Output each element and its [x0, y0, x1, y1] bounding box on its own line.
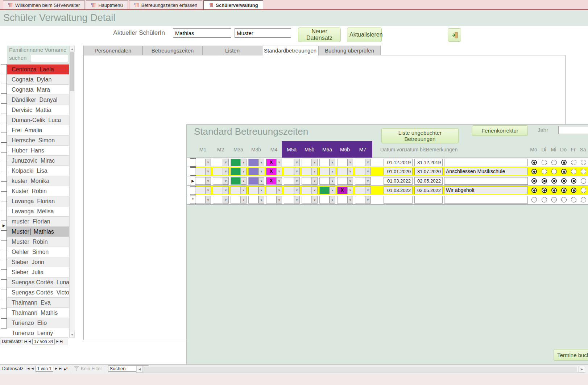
day-toggle-mi[interactable]: [551, 160, 557, 165]
module-value[interactable]: [213, 187, 223, 194]
module-value[interactable]: [195, 177, 205, 185]
student-list-item[interactable]: Muster Robin: [7, 237, 69, 247]
module-value[interactable]: [195, 159, 205, 166]
unbooked-list-button[interactable]: Liste ungebuchter Betreuungen: [381, 128, 459, 143]
chevron-down-icon[interactable]: ∨: [365, 168, 371, 175]
record-selector[interactable]: [1, 211, 7, 221]
module-value[interactable]: [319, 187, 330, 194]
student-list-item[interactable]: Huber Hans: [7, 146, 69, 156]
day-toggle-do[interactable]: [561, 160, 567, 165]
student-list-item[interactable]: Lavanga Florian: [7, 196, 69, 206]
day-toggle-mi[interactable]: [551, 188, 557, 193]
chevron-down-icon[interactable]: ∨: [347, 177, 353, 185]
day-toggle-mo[interactable]: [531, 188, 537, 193]
module-value[interactable]: X: [266, 159, 276, 166]
day-toggle-mo[interactable]: [531, 160, 537, 165]
chevron-down-icon[interactable]: ∨: [330, 177, 335, 185]
datum-von-cell[interactable]: 01.03.2022: [384, 187, 413, 194]
record-selector[interactable]: [1, 162, 7, 172]
day-toggle-mi[interactable]: [551, 197, 557, 202]
chevron-down-icon[interactable]: ∨: [365, 177, 371, 185]
chevron-down-icon[interactable]: ∨: [276, 196, 282, 204]
bemerkung-cell[interactable]: [444, 177, 528, 185]
day-toggle-fr[interactable]: [571, 160, 576, 165]
chevron-down-icon[interactable]: ∨: [294, 159, 300, 166]
student-list-item[interactable]: Oehler Simon: [7, 247, 69, 257]
student-list-item[interactable]: Thalmann Mathis: [7, 308, 69, 318]
chevron-down-icon[interactable]: ∨: [205, 187, 211, 194]
student-list-item[interactable]: Dändliker Danyal: [7, 95, 69, 105]
module-value[interactable]: [302, 187, 312, 194]
nachname-field[interactable]: [235, 28, 291, 38]
student-list-item[interactable]: Turienzo Elio: [7, 318, 69, 328]
student-list-item[interactable]: Frei Amalia: [7, 125, 69, 135]
year-value[interactable]: [558, 126, 588, 134]
module-value[interactable]: X: [266, 177, 276, 185]
year-combobox[interactable]: ∨: [558, 126, 588, 134]
student-list-item[interactable]: kuster Monika: [7, 176, 69, 186]
module-value[interactable]: [213, 177, 223, 185]
module-value[interactable]: [302, 196, 312, 204]
module-value[interactable]: [355, 196, 365, 204]
ferienkorrektur-button[interactable]: Ferienkorrektur: [472, 125, 528, 136]
module-value[interactable]: [302, 168, 312, 175]
record-selector[interactable]: [1, 93, 7, 104]
datum-bis-cell[interactable]: 31.07.2020: [414, 168, 443, 175]
chevron-down-icon[interactable]: ∨: [365, 196, 371, 204]
record-selector[interactable]: [1, 289, 7, 299]
chevron-down-icon[interactable]: ∨: [205, 168, 211, 175]
chevron-down-icon[interactable]: ∨: [205, 159, 211, 166]
chevron-down-icon[interactable]: ∨: [294, 168, 300, 175]
record-selector[interactable]: [1, 279, 7, 289]
module-value[interactable]: X: [337, 187, 347, 194]
day-toggle-sa[interactable]: [581, 188, 586, 193]
day-toggle-di[interactable]: [542, 188, 547, 193]
student-list-item[interactable]: Centonza Laela: [7, 64, 69, 75]
chevron-down-icon[interactable]: ∨: [365, 187, 371, 194]
record-selector[interactable]: [1, 250, 7, 260]
day-toggle-mi[interactable]: [551, 169, 557, 174]
termine-buchen-button[interactable]: Termine buchen: [554, 349, 588, 361]
chevron-down-icon[interactable]: ∨: [241, 168, 247, 175]
window-tab-betreuungszeiten-erfassen[interactable]: Betreuungszeiten erfassen: [129, 0, 203, 9]
chevron-down-icon[interactable]: ∨: [258, 177, 264, 185]
module-value[interactable]: [284, 168, 294, 175]
chevron-down-icon[interactable]: ∨: [223, 159, 229, 166]
day-toggle-di[interactable]: [542, 197, 547, 202]
sidebar-search-input[interactable]: [31, 55, 68, 62]
record-selector[interactable]: [1, 299, 7, 309]
sidebar-scrollbar[interactable]: ▲ ▼: [69, 46, 75, 338]
refresh-button[interactable]: Aktualisieren: [347, 28, 382, 42]
student-list-item[interactable]: Cognata Mara: [7, 85, 69, 95]
module-value[interactable]: [248, 196, 258, 204]
bemerkung-cell[interactable]: [444, 159, 528, 166]
module-value[interactable]: [337, 196, 347, 204]
chevron-down-icon[interactable]: ∨: [347, 196, 353, 204]
record-selector[interactable]: [1, 103, 7, 113]
first-record-button[interactable]: |◀: [24, 340, 27, 343]
module-value[interactable]: [195, 196, 205, 204]
day-toggle-fr[interactable]: [571, 197, 576, 202]
module-value[interactable]: [266, 196, 276, 204]
chevron-down-icon[interactable]: ∨: [294, 187, 300, 194]
module-value[interactable]: [248, 177, 258, 185]
day-toggle-do[interactable]: [561, 188, 567, 193]
module-value[interactable]: [266, 187, 276, 194]
module-value[interactable]: [302, 177, 312, 185]
student-list-item[interactable]: Muster Mathias: [7, 227, 69, 237]
chevron-down-icon[interactable]: ∨: [312, 159, 318, 166]
chevron-down-icon[interactable]: ∨: [241, 196, 247, 204]
datum-bis-cell[interactable]: 02.05.2022: [414, 187, 443, 194]
chevron-down-icon[interactable]: ∨: [365, 159, 371, 166]
chevron-down-icon[interactable]: ∨: [330, 159, 335, 166]
record-selector[interactable]: [1, 74, 7, 84]
chevron-down-icon[interactable]: ∨: [294, 196, 300, 204]
chevron-down-icon[interactable]: ∨: [276, 168, 282, 175]
module-value[interactable]: [284, 159, 294, 166]
module-value[interactable]: [231, 177, 241, 185]
window-tab-willkommen[interactable]: Willkommen beim SHVerwalter: [3, 0, 85, 9]
module-value[interactable]: [248, 159, 258, 166]
student-list-item[interactable]: Sieber Julia: [7, 267, 69, 277]
day-toggle-mo[interactable]: [531, 197, 537, 202]
last-record-button[interactable]: ▶|: [59, 367, 62, 370]
